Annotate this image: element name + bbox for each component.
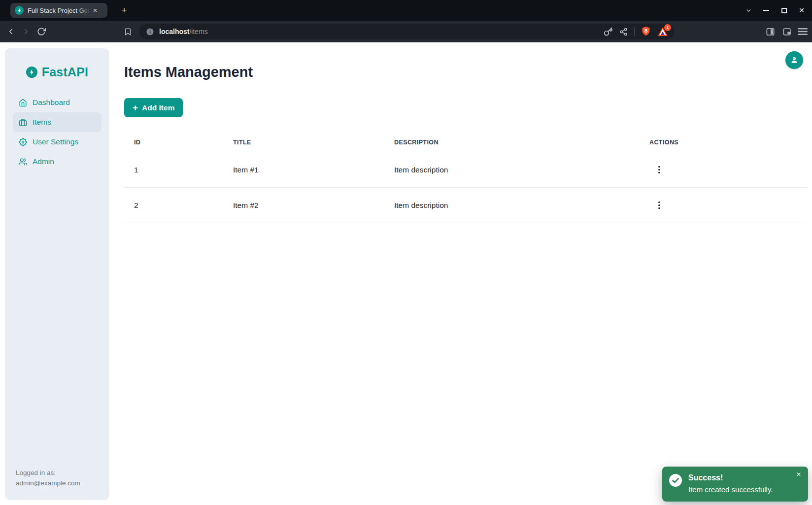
cell-title: Item #2 [223,188,384,223]
forward-button[interactable] [21,26,32,37]
fastapi-logo: FastAPI [5,65,109,79]
tab-title: Full Stack Project Genera [28,7,91,14]
add-item-button[interactable]: + Add Item [124,98,183,117]
briefcase-icon [19,118,27,127]
logged-in-footer: Logged in as: admin@example.com [16,468,80,488]
sidebar-item-label: User Settings [33,137,78,146]
fastapi-logo-icon [26,67,37,78]
sidebar-item-admin[interactable]: Admin [13,152,102,171]
user-icon [789,55,799,65]
fastapi-favicon-icon [15,6,24,15]
url-text: localhost/items [159,28,604,35]
sidebar-item-dashboard[interactable]: Dashboard [13,93,102,112]
url-host: localhost [159,28,189,35]
page-content: FastAPI Dashboard Items User Settings [0,42,812,505]
logged-in-email: admin@example.com [16,478,80,488]
address-bar-actions: 1 [604,26,668,37]
table-row: 1 Item #1 Item description [124,152,806,188]
plus-icon: + [133,103,138,112]
row-actions-kebab-icon[interactable] [653,164,666,176]
window-controls: ✕ [743,0,807,21]
table-row: 2 Item #2 Item description [124,188,806,223]
sidebar-nav: Dashboard Items User Settings Admin [5,93,109,171]
share-icon[interactable] [619,28,628,36]
brave-shield-icon[interactable] [641,26,651,37]
users-icon [19,158,27,166]
url-path: /items [189,28,207,35]
fastapi-logo-text: FastAPI [42,65,88,79]
brave-rewards-icon[interactable]: 1 [657,27,668,36]
browser-tab-bar: Full Stack Project Genera ✕ + ✕ [0,0,812,21]
window-minimize-button[interactable] [761,5,772,16]
logged-in-label: Logged in as: [16,468,80,478]
home-icon [19,99,27,107]
page-title: Items Management [124,63,806,81]
cell-id: 2 [124,188,223,223]
toast-text: Success! Item created successfully. [688,473,773,495]
sidebar-item-user-settings[interactable]: User Settings [13,132,102,152]
gear-icon [19,138,27,146]
window-close-button[interactable]: ✕ [796,5,807,16]
toast-close-icon[interactable]: ✕ [794,470,803,479]
browser-tab[interactable]: Full Stack Project Genera ✕ [10,3,107,18]
menu-hamburger-icon[interactable] [797,26,808,37]
main-content: Items Management + Add Item ID TITLE DES… [124,42,806,505]
address-bar[interactable]: localhost/items 1 [139,24,674,39]
user-avatar-button[interactable] [785,51,803,69]
back-button[interactable] [5,26,16,37]
sidebar: FastAPI Dashboard Items User Settings [5,48,109,500]
cell-id: 1 [124,152,223,188]
check-circle-icon [669,474,682,495]
row-actions-kebab-icon[interactable] [653,199,666,212]
sidebar-item-items[interactable]: Items [13,112,102,132]
table-header-row: ID TITLE DESCRIPTION ACTIONS [124,133,806,152]
sidebar-item-label: Admin [33,157,54,166]
add-item-label: Add Item [142,103,174,112]
success-toast: Success! Item created successfully. ✕ [662,467,808,502]
tab-search-chevron-icon[interactable] [743,5,754,16]
sidebar-panel-icon[interactable] [765,26,776,37]
sidebar-item-label: Dashboard [33,98,70,107]
sidebar-item-label: Items [33,118,51,127]
column-header-actions: ACTIONS [640,133,806,152]
password-key-icon[interactable] [604,27,613,36]
column-header-description: DESCRIPTION [384,133,640,152]
reload-button[interactable] [36,26,47,37]
site-info-icon[interactable] [146,28,154,36]
column-header-id: ID [124,133,223,152]
new-tab-button[interactable]: + [118,4,130,16]
cell-description: Item description [384,152,640,188]
cell-title: Item #1 [223,152,384,188]
bookmark-icon[interactable] [122,26,133,37]
items-table: ID TITLE DESCRIPTION ACTIONS 1 Item #1 I… [124,133,806,223]
browser-toolbar: localhost/items 1 [0,21,812,42]
tab-close-icon[interactable]: ✕ [91,6,100,15]
window-maximize-button[interactable] [778,5,789,16]
column-header-title: TITLE [223,133,384,152]
toast-title: Success! [688,473,773,483]
cell-description: Item description [384,188,640,223]
toast-message: Item created successfully. [688,485,773,495]
rewards-badge: 1 [664,24,671,31]
toolbar-divider [634,27,635,36]
wallet-icon[interactable] [781,26,792,37]
